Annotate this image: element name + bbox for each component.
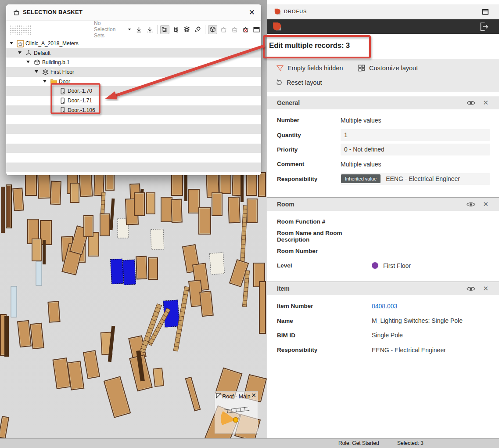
field-value-text: First Floor [383, 262, 411, 269]
basket-duplicate-icon [230, 25, 239, 34]
section-close-icon[interactable]: ✕ [483, 200, 488, 208]
drofus-logo [274, 8, 281, 17]
section-close-icon[interactable]: ✕ [483, 99, 488, 107]
tree-empty-row[interactable] [6, 153, 261, 163]
tree-row[interactable]: Building.b.1 [6, 58, 261, 67]
visibility-eye-icon[interactable] [466, 201, 476, 208]
floor-icon [42, 69, 49, 78]
reset-layout-button[interactable]: Reset layout [275, 79, 322, 87]
tree-empty-row[interactable] [6, 115, 261, 125]
drofus-titlebar[interactable]: DROFUS [267, 4, 499, 19]
tree-row[interactable]: Clinic_A_2018_Meters [6, 39, 261, 48]
field-label: Item Number [277, 303, 372, 309]
field-value-text: EENG - Electrical Engineer [372, 347, 446, 354]
section-header: Item ✕ [267, 282, 499, 295]
field-row-room-function-: Room Function # [267, 214, 499, 229]
tree-item-label: Clinic_A_2018_Meters [25, 40, 79, 47]
toolbar-drag-grip[interactable] [10, 25, 32, 35]
cube-icon[interactable] [208, 25, 217, 34]
camera-position-dot [233, 418, 238, 423]
section-close-icon[interactable]: ✕ [483, 285, 488, 293]
tree-empty-row[interactable] [6, 144, 261, 153]
folder-icon [50, 78, 57, 87]
tree-empty-row[interactable] [6, 124, 261, 134]
field-label: Number [277, 117, 341, 123]
field-label: Name [277, 318, 372, 324]
customize-layout-button[interactable]: Customize layout [358, 64, 418, 72]
basket-add-icon [219, 25, 228, 34]
toolbar-separator [157, 25, 158, 34]
level-color-dot [372, 262, 378, 269]
expand-arrow-icon[interactable] [10, 42, 13, 44]
field-input[interactable]: 1 [341, 129, 490, 141]
section-item: Item ✕Item Number0408.003NameM_Lighting … [267, 282, 499, 358]
window-layout-icon[interactable] [252, 25, 261, 34]
tree-empty-row[interactable] [6, 163, 261, 172]
dialog-close-icon[interactable]: ✕ [249, 8, 255, 17]
drofus-dark-toolbar [267, 19, 499, 34]
field-row-comment: CommentMultiple values [267, 157, 499, 171]
visibility-eye-icon[interactable] [466, 285, 476, 292]
tree-row[interactable]: Door.-1.71 [6, 96, 261, 105]
building-icon [33, 59, 41, 68]
chevron-down-icon[interactable] [127, 25, 132, 33]
selection-sets-label[interactable]: No Selection Sets [94, 20, 124, 39]
tree-item-label: Door [59, 79, 70, 85]
tree-row[interactable]: Default [6, 48, 261, 58]
expand-arrow-icon[interactable] [26, 61, 30, 63]
field-value-text: Multiple values [341, 117, 381, 124]
selection-basket-titlebar[interactable]: SELECTION BASKET ✕ [6, 4, 261, 21]
status-bar: Role: Get Started Selected: 3 [0, 438, 499, 448]
field-input[interactable]: Inherited value EENG - Electrical Engine… [341, 173, 490, 185]
empty-fields-hidden-button[interactable]: Empty fields hidden [276, 64, 343, 72]
visibility-eye-icon[interactable] [466, 100, 476, 106]
panel-dock-icon[interactable] [481, 8, 489, 18]
expand-arrow-icon[interactable] [43, 80, 47, 83]
field-row-name: NameM_Lighting Switches: Single Pole [267, 313, 499, 328]
camera-cone [221, 411, 236, 425]
edit-records-heading: Edit multiple records: 3 [269, 41, 350, 50]
section-header: General ✕ [267, 96, 499, 109]
field-row-item-number: Item Number0408.003 [267, 299, 499, 313]
field-row-quantity: Quantity1 [267, 127, 499, 142]
field-row-number: NumberMultiple values [267, 113, 499, 127]
status-role: Role: Get Started [338, 440, 379, 446]
expand-arrow-icon[interactable] [18, 51, 22, 54]
minimap-close-icon[interactable]: ✕ [251, 392, 256, 398]
app-window: Roof - Main ✕ Role: Get Started Selected… [0, 0, 499, 448]
tree-row[interactable]: Door.-1.106 [6, 105, 261, 115]
field-row-responsibility: ResponsibilityEENG - Electrical Engineer [267, 343, 499, 357]
field-label: Level [277, 262, 372, 269]
field-label: Priority [277, 146, 341, 153]
section-general: General ✕NumberMultiple valuesQuantity1P… [267, 96, 499, 186]
section-title: General [277, 99, 466, 106]
view-cube-minimap[interactable]: Roof - Main ✕ [215, 391, 258, 434]
door-icon [59, 106, 66, 116]
tree-empty-row[interactable] [6, 134, 261, 144]
tree-row[interactable]: First Floor [6, 67, 261, 77]
layers-icon[interactable] [182, 25, 191, 34]
field-label: Quantity [277, 132, 341, 138]
import-tray-icon[interactable] [145, 25, 154, 34]
basket-remove-icon[interactable] [241, 25, 250, 34]
tree-structure-icon[interactable] [160, 25, 169, 34]
import-icon[interactable] [134, 25, 144, 34]
dialog-title: SELECTION BASKET [23, 9, 83, 15]
drofus-logo-dark [273, 22, 282, 33]
tree-item-label: Building.b.1 [42, 59, 70, 65]
section-title: Room [277, 201, 466, 208]
expand-arrow-icon[interactable] [35, 70, 38, 73]
logout-icon[interactable] [477, 21, 489, 34]
reset-icon [275, 79, 283, 87]
item-number-link[interactable]: 0408.003 [372, 303, 397, 310]
tree-item-label: Door.-1.71 [68, 98, 92, 104]
tree-row[interactable]: Door [6, 77, 261, 87]
field-label: Comment [277, 161, 341, 167]
tree-list-icon[interactable] [171, 25, 180, 34]
field-row-bim-id: BIM IDSingle Pole [267, 328, 499, 343]
field-value-text: EENG - Electrical Engineer [386, 175, 460, 182]
field-input[interactable]: 0 - Not defined [341, 144, 490, 155]
tree-row[interactable]: Door.-1.70 [6, 86, 261, 96]
tree-target-icon[interactable] [193, 25, 202, 34]
section-title: Item [277, 285, 466, 292]
